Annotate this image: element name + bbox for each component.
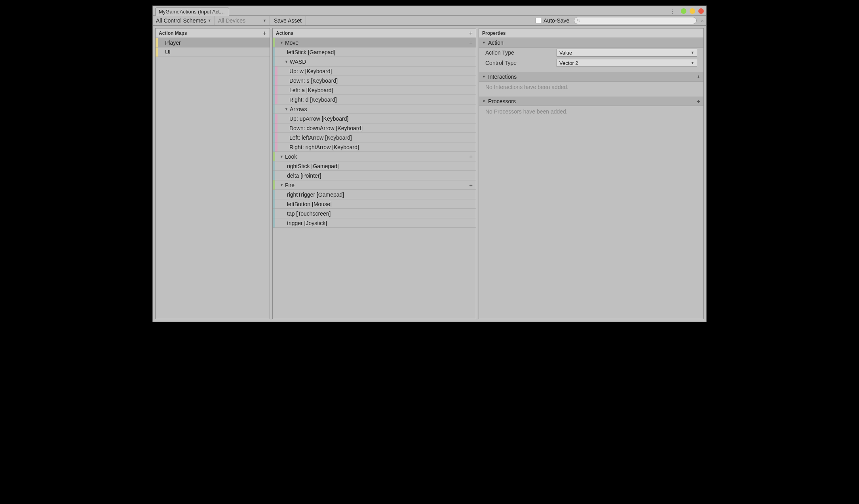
action-type-dropdown[interactable]: Value▼ [557, 49, 697, 57]
window-tab[interactable]: MyGameActions (Input Act… [155, 8, 229, 16]
add-action-map-button[interactable]: + [263, 30, 266, 37]
actions-pane: Actions + ▼Move + leftStick [Gamepad] ▼W… [272, 28, 476, 319]
processors-empty: No Processors have been added. [479, 106, 703, 117]
foldout-icon[interactable]: ▼ [285, 60, 288, 64]
chevron-down-icon: ▼ [208, 19, 211, 23]
input-actions-window: MyGameActions (Input Act… ⋮ All Control … [152, 6, 707, 322]
chevron-down-icon: ▼ [691, 61, 694, 65]
svg-line-1 [579, 21, 580, 22]
composite-arrows[interactable]: ▼Arrows [273, 104, 476, 114]
actions-header: Actions + [273, 28, 476, 38]
binding-wasd-right[interactable]: Right: d [Keyboard] [273, 95, 476, 104]
add-binding-button[interactable]: + [469, 182, 476, 188]
add-interaction-button[interactable]: + [697, 73, 700, 80]
close-button[interactable] [698, 8, 704, 14]
control-type-dropdown[interactable]: Vector 2▼ [557, 59, 697, 67]
add-processor-button[interactable]: + [697, 98, 700, 104]
checkbox-icon[interactable] [536, 18, 541, 23]
search-icon [577, 19, 581, 23]
binding-wasd-down[interactable]: Down: s [Keyboard] [273, 76, 476, 85]
binding-rightstick[interactable]: rightStick [Gamepad] [273, 161, 476, 171]
properties-pane: Properties ▼Action Action Type Value▼ Co… [479, 28, 704, 319]
foldout-icon[interactable]: ▼ [280, 41, 283, 45]
action-maps-header: Action Maps + [156, 28, 270, 38]
action-look[interactable]: ▼Look + [273, 152, 476, 161]
section-action[interactable]: ▼Action [479, 38, 703, 47]
binding-leftbutton[interactable]: leftButton [Mouse] [273, 199, 476, 209]
action-fire[interactable]: ▼Fire + [273, 180, 476, 190]
action-maps-pane: Action Maps + Player UI [155, 28, 270, 319]
binding-arrows-down[interactable]: Down: downArrow [Keyboard] [273, 123, 476, 133]
binding-wasd-up[interactable]: Up: w [Keyboard] [273, 66, 476, 76]
prop-action-type: Action Type Value▼ [479, 47, 703, 58]
foldout-icon[interactable]: ▼ [482, 99, 486, 103]
foldout-icon[interactable]: ▼ [285, 107, 288, 111]
foldout-icon[interactable]: ▼ [280, 183, 283, 187]
titlebar: MyGameActions (Input Act… ⋮ [153, 6, 706, 16]
interactions-empty: No Interactions have been added. [479, 81, 703, 93]
binding-trigger[interactable]: trigger [Joystick] [273, 218, 476, 228]
composite-wasd[interactable]: ▼WASD [273, 57, 476, 66]
binding-leftstick[interactable]: leftStick [Gamepad] [273, 47, 476, 57]
binding-arrows-left[interactable]: Left: leftArrow [Keyboard] [273, 133, 476, 142]
binding-righttrigger[interactable]: rightTrigger [Gamepad] [273, 190, 476, 199]
prop-control-type: Control Type Vector 2▼ [479, 58, 703, 68]
toolbar: All Control Schemes▼ All Devices▼ Save A… [153, 16, 706, 26]
add-binding-button[interactable]: + [469, 153, 476, 160]
foldout-icon[interactable]: ▼ [482, 41, 486, 45]
control-schemes-dropdown[interactable]: All Control Schemes▼ [153, 16, 215, 25]
properties-header: Properties [479, 28, 703, 38]
action-map-player[interactable]: Player [156, 38, 270, 47]
binding-tap[interactable]: tap [Touchscreen] [273, 209, 476, 218]
minimize-button[interactable] [681, 8, 686, 14]
svg-point-0 [578, 19, 580, 21]
save-asset-button[interactable]: Save Asset [270, 16, 306, 25]
foldout-icon[interactable]: ▼ [482, 75, 486, 79]
binding-wasd-left[interactable]: Left: a [Keyboard] [273, 85, 476, 95]
clear-search-button[interactable]: × [698, 18, 706, 24]
action-move[interactable]: ▼Move + [273, 38, 476, 47]
maximize-button[interactable] [690, 8, 695, 14]
add-action-button[interactable]: + [469, 30, 473, 37]
auto-save-toggle[interactable]: Auto-Save [532, 17, 572, 24]
kebab-menu-icon[interactable]: ⋮ [667, 8, 678, 15]
binding-delta[interactable]: delta [Pointer] [273, 171, 476, 180]
binding-arrows-right[interactable]: Right: rightArrow [Keyboard] [273, 142, 476, 152]
chevron-down-icon: ▼ [263, 19, 266, 23]
action-map-ui[interactable]: UI [156, 47, 270, 57]
chevron-down-icon: ▼ [691, 51, 694, 55]
add-binding-button[interactable]: + [469, 39, 476, 46]
main-area: Action Maps + Player UI Actions + ▼Move … [153, 26, 706, 322]
section-processors[interactable]: ▼Processors + [479, 97, 703, 106]
foldout-icon[interactable]: ▼ [280, 155, 283, 159]
binding-arrows-up[interactable]: Up: upArrow [Keyboard] [273, 114, 476, 123]
devices-dropdown[interactable]: All Devices▼ [215, 16, 270, 25]
search-input[interactable] [574, 17, 697, 24]
section-interactions[interactable]: ▼Interactions + [479, 72, 703, 81]
